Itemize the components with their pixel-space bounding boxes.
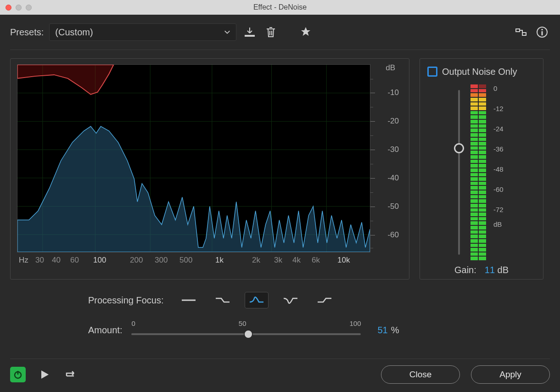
meter-scale: 0 -12 -24 -36 -48 -60 -72 dB	[491, 84, 511, 260]
content-area: dB -10 -20 -30 -40 -50 -60 Hz	[10, 58, 550, 280]
amount-label: Amount:	[88, 325, 122, 336]
gain-meter-zone: 0 -12 -24 -36 -48 -60 -72 dB	[427, 84, 536, 260]
preview-play-button[interactable]	[37, 367, 52, 382]
amount-slider[interactable]: 0 50 100	[131, 319, 361, 341]
gain-panel: Output Noise Only 0 -12 -24 -36 -48 -60 …	[420, 58, 543, 280]
toolbar: Presets: (Custom)	[10, 21, 550, 43]
amount-row: Amount: 0 50 100 51 %	[10, 317, 550, 343]
loop-button[interactable]	[63, 367, 79, 382]
apply-button[interactable]: Apply	[471, 365, 550, 384]
spectrum-display[interactable]	[17, 64, 370, 252]
svg-rect-0	[245, 35, 255, 37]
gain-slider[interactable]	[452, 84, 466, 260]
presets-value: (Custom)	[55, 27, 93, 38]
output-noise-only-label: Output Noise Only	[442, 67, 517, 77]
close-button[interactable]: Close	[381, 365, 460, 384]
processing-focus-label: Processing Focus:	[88, 295, 164, 306]
gain-label: Gain:	[454, 265, 476, 275]
delete-preset-button[interactable]	[263, 24, 279, 40]
footer: Close Apply	[10, 358, 550, 392]
presets-label: Presets:	[10, 27, 44, 38]
db-unit-label: dB	[386, 63, 395, 73]
amount-value[interactable]: 51	[377, 325, 387, 335]
level-meter	[470, 84, 486, 260]
svg-rect-3	[542, 29, 543, 30]
save-preset-button[interactable]	[242, 24, 258, 40]
spectrum-panel: dB -10 -20 -30 -40 -50 -60 Hz	[10, 58, 409, 280]
gain-value[interactable]: 11	[485, 265, 495, 275]
svg-rect-2	[542, 31, 543, 35]
window-titlebar: Effect - DeNoise	[0, 0, 560, 15]
window-title: Effect - DeNoise	[0, 3, 560, 11]
chevron-down-icon	[224, 29, 230, 35]
divider	[10, 50, 550, 50]
gain-unit: dB	[498, 265, 509, 275]
focus-notch-button[interactable]	[279, 292, 302, 308]
db-axis: dB -10 -20 -30 -40 -50 -60	[370, 64, 399, 252]
focus-flat-button[interactable]	[177, 292, 201, 308]
routing-icon[interactable]	[513, 24, 529, 40]
focus-low-shelf-button[interactable]	[211, 292, 235, 308]
amount-unit: %	[391, 325, 399, 335]
favorite-button[interactable]	[298, 24, 314, 40]
output-noise-only-checkbox[interactable]	[427, 67, 437, 77]
processing-focus-row: Processing Focus:	[10, 290, 550, 311]
hz-axis: Hz 30 40 60 100 200 300 500 1k 2k 3k 4k …	[17, 252, 403, 268]
power-toggle[interactable]	[10, 367, 26, 382]
presets-dropdown[interactable]: (Custom)	[49, 23, 236, 41]
focus-high-shelf-button[interactable]	[313, 292, 336, 308]
focus-bell-button[interactable]	[245, 292, 269, 308]
info-icon[interactable]	[534, 24, 550, 40]
